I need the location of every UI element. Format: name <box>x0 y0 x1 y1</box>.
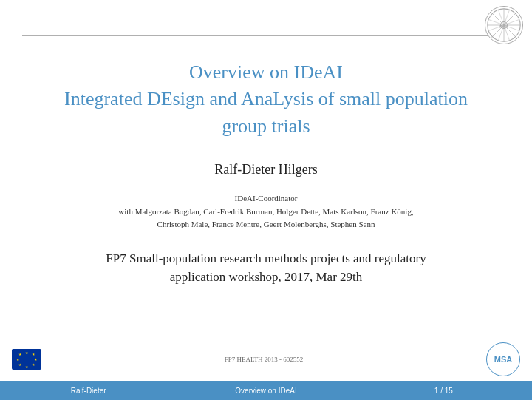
eu-logo: ★ ★ ★ ★ ★ ★ ★ ★ <box>12 349 41 370</box>
collaborators-line2: Christoph Male, France Mentre, Geert Mol… <box>118 218 413 231</box>
coordinator-section: IDeAI-Coordinator with Malgorzata Bogdan… <box>118 192 413 231</box>
title-section: Overview on IDeAI Integrated DEsign and … <box>64 59 468 140</box>
fp7-text: FP7 HEALTH 2013 - 602552 <box>225 356 304 363</box>
svg-text:IDeAI: IDeAI <box>499 25 508 29</box>
slide: IDeAI Overview on IDeAI Integrated DEsig… <box>0 0 532 400</box>
bottom-logos-bar: ★ ★ ★ ★ ★ ★ ★ ★ FP7 HEALTH 2013 - 602552 <box>0 338 532 381</box>
nav-bar: Ralf-Dieter Overview on IDeAI 1 / 15 <box>0 381 532 400</box>
author-section: Ralf-Dieter Hilgers <box>214 162 317 186</box>
logo-circle: IDeAI <box>485 6 523 44</box>
nav-right: 1 / 15 <box>355 381 532 400</box>
workshop-line1: FP7 Small-population research methods pr… <box>106 249 426 268</box>
nav-left: Ralf-Dieter <box>0 381 177 400</box>
workshop-section: FP7 Small-population research methods pr… <box>106 249 426 287</box>
title-line1: Overview on IDeAI <box>64 59 468 86</box>
workshop-line2: application workshop, 2017, Mar 29th <box>106 268 426 287</box>
title-line3: group trials <box>64 113 468 140</box>
msa-logo: MSA <box>486 342 520 376</box>
author-name: Ralf-Dieter Hilgers <box>214 162 317 177</box>
msa-text: MSA <box>494 355 512 364</box>
ideal-logo-top-right: IDeAI <box>485 6 523 44</box>
top-decorative-line <box>22 35 488 36</box>
title-line2: Integrated DEsign and AnaLysis of small … <box>64 86 468 112</box>
coordinator-role: IDeAI-Coordinator <box>118 192 413 206</box>
collaborators-line1: with Malgorzata Bogdan, Carl-Fredrik Bur… <box>118 206 413 219</box>
nav-center: Overview on IDeAI <box>177 381 355 400</box>
bottom-area: ★ ★ ★ ★ ★ ★ ★ ★ FP7 HEALTH 2013 - 602552 <box>0 338 532 400</box>
